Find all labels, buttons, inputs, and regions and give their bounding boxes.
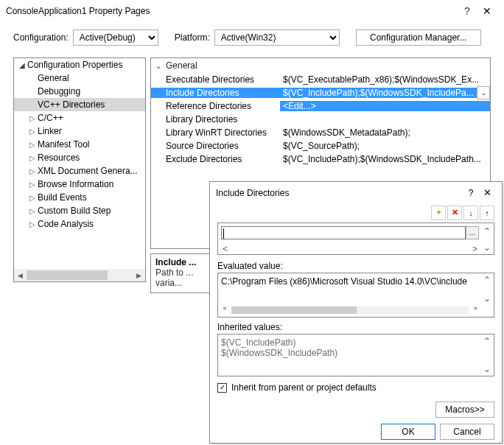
- evaluated-label: Evaluated value:: [217, 261, 494, 271]
- grid-row-executable[interactable]: Executable Directories$(VC_ExecutablePat…: [151, 73, 490, 86]
- tree-item-linker[interactable]: ▷Linker: [14, 125, 145, 138]
- scroll-right-icon[interactable]: ▶: [133, 272, 145, 279]
- tree-item-label: Debugging: [38, 86, 80, 97]
- expand-icon[interactable]: ▷: [27, 194, 38, 202]
- help-icon[interactable]: ?: [458, 5, 476, 17]
- grid-val[interactable]: $(WindowsSDK_MetadataPath);: [280, 127, 490, 138]
- scroll-thumb[interactable]: [27, 270, 108, 280]
- expand-icon[interactable]: ▷: [27, 154, 38, 162]
- scroll-down-icon[interactable]: ⌄: [482, 293, 492, 304]
- grid-group-header[interactable]: ⌄ General: [151, 58, 490, 73]
- scroll-down-icon[interactable]: ⌄: [482, 364, 492, 374]
- tree-item-label: Manifest Tool: [38, 139, 89, 150]
- configuration-tree[interactable]: ◢ Configuration Properties General Debug…: [13, 57, 146, 282]
- platform-label: Platform:: [175, 32, 210, 43]
- new-line-icon[interactable]: ✦: [431, 206, 446, 220]
- path-input[interactable]: [221, 226, 466, 239]
- tree-item-label: Linker: [38, 126, 62, 136]
- tree-item-label: General: [38, 73, 69, 83]
- platform-select[interactable]: Active(Win32): [214, 29, 340, 46]
- tree-item-label: Custom Build Step: [38, 206, 111, 216]
- inherit-checkbox-label: Inherit from parent or project defaults: [231, 382, 377, 393]
- tree-item-build[interactable]: ▷Build Events: [14, 191, 145, 204]
- checkbox-icon[interactable]: ✓: [217, 383, 227, 393]
- grid-row-exclude[interactable]: Exclude Directories$(VC_IncludePath);$(W…: [151, 153, 490, 166]
- grid-key: Library WinRT Directories: [151, 127, 280, 138]
- tree-item-xml[interactable]: ▷XML Document Genera...: [14, 164, 145, 178]
- tree-item-general[interactable]: General: [14, 71, 145, 85]
- close-icon[interactable]: ✕: [476, 5, 498, 17]
- expand-icon[interactable]: ▷: [27, 220, 38, 228]
- macros-button[interactable]: Macros>>: [435, 402, 494, 418]
- scroll-up-icon[interactable]: ⌃: [482, 336, 492, 346]
- scroll-right-icon[interactable]: >: [470, 305, 480, 312]
- paths-edit[interactable]: ... ⌃⌄ <>: [217, 222, 494, 255]
- tree-item-custom[interactable]: ▷Custom Build Step: [14, 204, 145, 217]
- grid-row-source[interactable]: Source Directories$(VC_SourcePath);: [151, 139, 490, 153]
- scroll-up-icon[interactable]: ⌃: [482, 275, 492, 285]
- scroll-left-icon[interactable]: <: [223, 244, 228, 253]
- tree-scrollbar[interactable]: ◀ ▶: [14, 269, 145, 281]
- browse-button[interactable]: ...: [466, 226, 479, 239]
- close-icon[interactable]: ✕: [478, 187, 496, 198]
- tree-item-manifest[interactable]: ▷Manifest Tool: [14, 138, 145, 151]
- scroll-left-icon[interactable]: <: [220, 305, 230, 312]
- tree-root-label: Configuration Properties: [27, 60, 122, 70]
- expand-icon[interactable]: ▷: [27, 167, 38, 175]
- grid-key: Exclude Directories: [151, 154, 280, 164]
- scroll-up-icon[interactable]: ⌃: [482, 226, 492, 236]
- grid-edit-option[interactable]: <Edit...>: [280, 101, 490, 111]
- tree-item-vc-directories[interactable]: VC++ Directories: [14, 98, 145, 111]
- grid-key: Reference Directories: [151, 101, 280, 111]
- grid-row-winrt[interactable]: Library WinRT Directories$(WindowsSDK_Me…: [151, 126, 490, 139]
- vscrollbar[interactable]: ⌃⌄: [482, 336, 492, 374]
- tree-item-debugging[interactable]: Debugging: [14, 85, 145, 98]
- dropdown-icon[interactable]: ⌄: [477, 86, 490, 99]
- delete-icon[interactable]: ✕: [447, 206, 462, 220]
- grid-row-reference[interactable]: Reference Directories<Edit...>: [151, 99, 490, 113]
- configuration-manager-button[interactable]: Configuration Manager...: [356, 29, 481, 46]
- hscrollbar[interactable]: <>: [221, 244, 479, 253]
- grid-row-include[interactable]: Include Directories$(VC_IncludePath);$(W…: [151, 86, 490, 99]
- tree-item-browse[interactable]: ▷Browse Information: [14, 178, 145, 191]
- hscrollbar[interactable]: <>: [220, 305, 480, 315]
- expand-icon[interactable]: ▷: [27, 127, 38, 136]
- tree-item-label: Code Analysis: [38, 219, 94, 229]
- scroll-left-icon[interactable]: ◀: [14, 272, 27, 279]
- inherit-checkbox[interactable]: ✓ Inherit from parent or project default…: [217, 382, 494, 393]
- tree-item-cpp[interactable]: ▷C/C++: [14, 111, 145, 125]
- cancel-button[interactable]: Cancel: [440, 424, 494, 440]
- popup-title: Include Directories: [216, 188, 463, 198]
- expand-icon[interactable]: ▷: [27, 141, 38, 149]
- grid-val[interactable]: $(VC_ExecutablePath_x86);$(WindowsSDK_Ex…: [280, 74, 490, 85]
- expand-icon[interactable]: ▷: [27, 114, 38, 122]
- ok-button[interactable]: OK: [381, 424, 435, 440]
- tree-item-resources[interactable]: ▷Resources: [14, 151, 145, 164]
- grid-val[interactable]: $(VC_SourcePath);: [280, 141, 490, 151]
- configuration-select[interactable]: Active(Debug): [73, 29, 158, 46]
- vscrollbar[interactable]: ⌃⌄: [482, 275, 492, 304]
- grid-key: Source Directories: [151, 141, 280, 151]
- grid-key: Executable Directories: [151, 74, 280, 85]
- expand-icon[interactable]: ▷: [27, 207, 38, 215]
- tree-item-analysis[interactable]: ▷Code Analysis: [14, 217, 145, 231]
- vscrollbar[interactable]: ⌃⌄: [482, 226, 492, 253]
- scroll-down-icon[interactable]: ⌄: [482, 242, 492, 253]
- tree-item-label: VC++ Directories: [38, 99, 105, 110]
- window-title: ConsoleApplication1 Property Pages: [6, 6, 458, 16]
- grid-val[interactable]: $(VC_IncludePath);$(WindowsSDK_IncludePa…: [280, 88, 477, 98]
- tree-item-label: XML Document Genera...: [38, 166, 138, 176]
- expand-icon[interactable]: ◢: [17, 61, 27, 69]
- inherited-value: $(WindowsSDK_IncludePath): [221, 348, 480, 358]
- scroll-right-icon[interactable]: >: [472, 244, 477, 253]
- move-down-icon[interactable]: ↓: [463, 206, 478, 220]
- grid-val[interactable]: $(VC_IncludePath);$(WindowsSDK_IncludePa…: [280, 154, 490, 164]
- grid-row-library[interactable]: Library Directories: [151, 113, 490, 126]
- scroll-thumb[interactable]: [231, 306, 357, 314]
- tree-root[interactable]: ◢ Configuration Properties: [14, 58, 145, 71]
- collapse-icon[interactable]: ⌄: [155, 62, 166, 70]
- move-up-icon[interactable]: ↑: [480, 206, 494, 220]
- help-icon[interactable]: ?: [463, 188, 478, 198]
- tree-item-label: Browse Information: [38, 179, 113, 189]
- expand-icon[interactable]: ▷: [27, 181, 38, 189]
